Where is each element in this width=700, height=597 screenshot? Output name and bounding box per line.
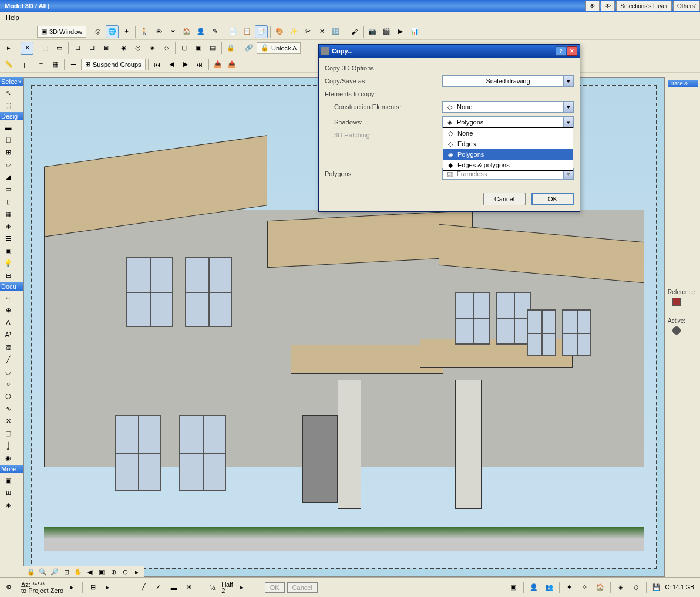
poly-tool-icon[interactable]: ⬡ [1, 390, 15, 402]
sb-sun-icon[interactable]: ☀ [183, 581, 196, 594]
text-tool-icon[interactable]: A [1, 316, 15, 328]
more1-tool-icon[interactable]: ▣ [1, 474, 15, 486]
arrow-tool-icon[interactable]: ▸ [2, 42, 15, 55]
column-tool-icon[interactable]: ▯ [1, 195, 15, 207]
sb-person2-icon[interactable]: 👥 [543, 581, 556, 594]
window-tool-icon[interactable]: ⊞ [1, 146, 15, 158]
tool-chart-icon[interactable]: 📊 [408, 25, 421, 38]
sb-gear-icon[interactable]: ⚙ [2, 581, 15, 594]
tool-edit-icon[interactable]: ✎ [208, 25, 221, 38]
arc-tool-icon[interactable]: ◡ [1, 366, 15, 377]
more2-tool-icon[interactable]: ⊞ [1, 487, 15, 498]
ruler-icon[interactable]: 📏 [2, 58, 15, 71]
dropdown-item-none[interactable]: ◇ None [443, 128, 573, 139]
reference-color-swatch[interactable] [672, 298, 681, 306]
ok-button[interactable]: OK [531, 193, 574, 205]
sb-tool1-icon[interactable]: ✦ [563, 581, 576, 594]
tool-wand-icon[interactable]: ✨ [287, 25, 300, 38]
nav-last-icon[interactable]: ⏭ [193, 58, 206, 71]
tool-copy-icon[interactable]: 📄 [227, 25, 240, 38]
tool-orbit-icon[interactable]: ✶ [166, 25, 179, 38]
sb-snap-icon[interactable]: ⊞ [86, 581, 99, 594]
cancel-button[interactable]: Cancel [483, 193, 526, 205]
mode1-icon[interactable]: ◉ [117, 42, 130, 55]
nav-first-icon[interactable]: ⏮ [151, 58, 164, 71]
3d-window-button[interactable]: ▣ 3D Window [37, 26, 86, 38]
zoom-fit-icon[interactable]: ⊡ [61, 567, 72, 576]
tool-paste-icon[interactable]: 📑 [255, 25, 268, 38]
shadows-combo[interactable]: ◈ Polygons ▾ ◇ None ◇ Edges ◈ Polygons [442, 116, 574, 128]
zoom-out-icon[interactable]: 🔎 [49, 567, 60, 576]
active-indicator-icon[interactable] [672, 326, 681, 335]
tool-cut-icon[interactable]: ✕ [315, 25, 328, 38]
tool-palette-icon[interactable]: 🎨 [273, 25, 286, 38]
tool-person-icon[interactable]: 👤 [194, 25, 207, 38]
tool-cube-icon[interactable]: ◎ [92, 25, 105, 38]
tool-num-icon[interactable]: 🔢 [329, 25, 342, 38]
eye-icon-2[interactable]: 👁 [601, 1, 615, 11]
copy-save-as-combo[interactable]: Scaled drawing ▾ [442, 75, 574, 87]
tool-camera-icon[interactable]: 📷 [366, 25, 379, 38]
dropdown-item-polygons[interactable]: ◈ Polygons [443, 149, 573, 160]
label-tool-icon[interactable]: A¹ [1, 329, 15, 340]
dialog-close-button[interactable]: ✕ [567, 46, 577, 56]
tool-globe-icon[interactable]: 🌐 [106, 25, 119, 38]
suspend-groups-button[interactable]: ⊞ Suspend Groups [81, 59, 146, 70]
mode3-icon[interactable]: ◈ [146, 42, 159, 55]
wall-tool-icon[interactable]: ▬ [1, 122, 15, 133]
tool-scissors-icon[interactable]: ✂ [301, 25, 314, 38]
zoom-plus-icon[interactable]: ⊕ [108, 567, 119, 576]
object-tool-icon[interactable]: ◈ [1, 220, 15, 232]
pointer-tool-icon[interactable]: ↖ [1, 87, 15, 99]
sb-tool2-icon[interactable]: ✧ [578, 581, 591, 594]
dialog-titlebar[interactable]: Copy... ? ✕ [319, 45, 580, 58]
fill-tool-icon[interactable]: ▨ [1, 341, 15, 353]
layer2-icon[interactable]: ▦ [49, 58, 62, 71]
figure-tool-icon[interactable]: ▢ [1, 427, 15, 439]
zoom-dropdown-icon[interactable]: ▸ [132, 567, 142, 576]
mesh-tool-icon[interactable]: ▦ [1, 208, 15, 220]
tool-walk-icon[interactable]: 🚶 [138, 25, 151, 38]
nav-prev-icon[interactable]: ◀ [165, 58, 178, 71]
slab-tool-icon[interactable]: ▱ [1, 158, 15, 170]
sb-toggle-icon[interactable]: ▸ [102, 581, 115, 594]
close-select-icon[interactable]: × [18, 78, 22, 85]
lamp-tool-icon[interactable]: 💡 [1, 257, 15, 269]
tool-copy2-icon[interactable]: 📋 [241, 25, 254, 38]
marquee-tool-icon[interactable]: ⬚ [1, 99, 15, 111]
dropdown-item-edges-polygons[interactable]: ◆ Edges & polygons [443, 160, 573, 170]
select-icon[interactable]: ⬚ [39, 42, 52, 55]
circle-tool-icon[interactable]: ○ [1, 378, 15, 390]
hotspot-tool-icon[interactable]: ✕ [1, 415, 15, 427]
sb-ok-button[interactable]: OK [265, 582, 285, 593]
line-tool-icon[interactable]: ╱ [1, 353, 15, 365]
eye-icon-1[interactable]: 👁 [585, 1, 600, 11]
sb-angle-icon[interactable]: ∠ [152, 581, 165, 594]
door-tool-icon[interactable]: ⎕ [1, 134, 15, 146]
sb-half-dropdown-icon[interactable]: ▸ [235, 581, 248, 594]
sb-filter-icon[interactable]: ▣ [507, 581, 520, 594]
snap1-icon[interactable]: ⊞ [71, 42, 84, 55]
mode4-icon[interactable]: ◇ [160, 42, 173, 55]
sb-home-icon[interactable]: 🏠 [594, 581, 607, 594]
sb-line-icon[interactable]: ╱ [137, 581, 150, 594]
view1-icon[interactable]: ▢ [178, 42, 191, 55]
mode2-icon[interactable]: ◎ [132, 42, 144, 55]
more3-tool-icon[interactable]: ◈ [1, 499, 15, 511]
beam-tool-icon[interactable]: ▭ [1, 183, 15, 195]
tool-axes-icon[interactable]: ✦ [120, 25, 133, 38]
view2-icon[interactable]: ▣ [192, 42, 205, 55]
zoom-pan-icon[interactable]: ✋ [73, 567, 83, 576]
unlock-button[interactable]: 🔓 Unlock A [257, 42, 301, 54]
sb-wall-icon[interactable]: ▬ [167, 581, 180, 594]
menu-help[interactable]: Help [4, 13, 22, 22]
sb-cancel-button[interactable]: Cancel [287, 582, 318, 593]
align-icon[interactable]: ⫼ [16, 58, 29, 71]
lock-icon[interactable]: 🔒 [224, 42, 237, 55]
roof-tool-icon[interactable]: ◢ [1, 171, 15, 183]
tool-brush-icon[interactable]: 🖌 [348, 25, 361, 38]
construction-elements-combo[interactable]: ◇ None ▾ [442, 101, 574, 113]
sb-cube1-icon[interactable]: ◈ [614, 581, 627, 594]
view3-icon[interactable]: ▤ [206, 42, 219, 55]
zoom-lock-icon[interactable]: 🔒 [26, 567, 36, 576]
